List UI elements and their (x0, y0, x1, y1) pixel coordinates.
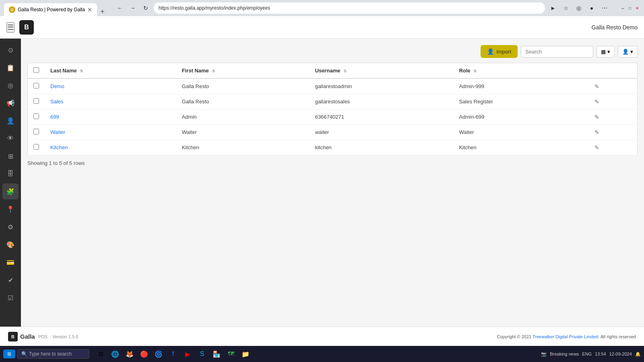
sort-first-name-icon: ⇅ (212, 69, 215, 73)
row-checkbox-cell[interactable] (28, 78, 45, 94)
browser-chrome: G Galla Resto | Powered by Galla ✕ + ← →… (0, 0, 644, 16)
taskbar-fb-icon[interactable]: f (167, 348, 180, 360)
sidebar-item-reports[interactable]: 📋 (2, 60, 19, 76)
taskbar-chrome-icon[interactable]: 🌀 (152, 348, 165, 360)
app-wrapper: ☰ B Galla Resto Demo ⊙ 📋 ◎ 📢 👤 👁 ⊞ 🗄 🧩 📍… (0, 16, 644, 346)
copyright-text: Copyright © 2021 (497, 334, 531, 339)
grid-view-button[interactable]: ▦ ▾ (597, 46, 615, 58)
row-last-name[interactable]: Demo (45, 78, 176, 94)
row-edit-cell[interactable]: ✎ (589, 78, 638, 94)
edit-icon[interactable]: ✎ (594, 83, 599, 90)
sidebar-item-dashboard[interactable]: ⊙ (2, 42, 19, 58)
maximize-button[interactable]: □ (627, 5, 633, 11)
footer-logo-icon: B (8, 332, 18, 341)
sidebar: ⊙ 📋 ◎ 📢 👤 👁 ⊞ 🗄 🧩 📍 ⚙ 🎨 💳 ✔ ☑ (0, 39, 21, 327)
sidebar-item-location[interactable]: 📍 (2, 201, 19, 217)
col-last-name-label: Last Name (50, 68, 77, 74)
import-button[interactable]: 👤 Import (481, 45, 518, 58)
footer: B Galla POS · Version 1.5.0 Copyright © … (0, 327, 644, 346)
extensions-icon[interactable]: ◎ (573, 2, 584, 14)
edit-icon[interactable]: ✎ (594, 129, 599, 136)
hamburger-button[interactable]: ☰ (6, 22, 14, 33)
row-last-name[interactable]: Sales (45, 94, 176, 109)
row-checkbox[interactable] (33, 83, 39, 88)
col-username[interactable]: Username ⇅ (310, 63, 454, 79)
forward-button[interactable]: → (127, 2, 138, 14)
taskbar-camera-icon[interactable]: 📷 (541, 352, 547, 357)
profile-icon[interactable]: ● (586, 2, 597, 14)
sidebar-item-settings[interactable]: ⚙ (2, 219, 19, 235)
taskbar-icon3[interactable]: 🔴 (138, 348, 151, 360)
row-checkbox[interactable] (33, 98, 39, 104)
table-row: Sales Galla Resto gallarestosales Sales … (28, 94, 638, 109)
address-bar[interactable]: https://resto.galla.app/myresto/index.ph… (154, 2, 545, 14)
start-icon: ⊞ (7, 351, 11, 357)
row-edit-cell[interactable]: ✎ (589, 140, 638, 155)
tab-close-button[interactable]: ✕ (87, 6, 92, 13)
col-last-name[interactable]: Last Name ⇅ (45, 63, 176, 79)
minimize-button[interactable]: ‒ (620, 5, 625, 11)
bookmark-icon[interactable]: ☆ (560, 2, 572, 14)
sidebar-item-tasks[interactable]: ✔ (2, 272, 19, 288)
row-first-name: Admin (176, 109, 310, 125)
taskbar-yt-icon[interactable]: ▶ (181, 348, 194, 360)
taskbar-skype-icon[interactable]: S (196, 348, 208, 360)
taskbar-store-icon[interactable]: 🏪 (210, 348, 223, 360)
edit-icon[interactable]: ✎ (594, 114, 599, 120)
sidebar-item-analytics[interactable]: ◎ (2, 77, 19, 93)
row-last-name[interactable]: Waiter (45, 125, 176, 140)
taskbar-explorer-icon[interactable]: 📁 (239, 348, 252, 360)
row-checkbox-cell[interactable] (28, 140, 45, 155)
footer-link[interactable]: Treewalker Digital Private Limited. (533, 334, 599, 339)
sidebar-item-checklist[interactable]: ☑ (2, 290, 19, 306)
sidebar-item-plugins[interactable]: 🧩 (2, 183, 19, 200)
col-first-name[interactable]: First Name ⇅ (176, 63, 310, 79)
back-button[interactable]: ← (114, 2, 126, 14)
row-checkbox[interactable] (33, 129, 39, 134)
close-button[interactable]: ✕ (634, 5, 640, 11)
row-edit-cell[interactable]: ✎ (589, 109, 638, 125)
select-all-checkbox[interactable] (33, 67, 39, 73)
row-edit-cell[interactable]: ✎ (589, 125, 638, 140)
taskbar-notification-icon[interactable]: 🔔 (635, 352, 641, 357)
sidebar-item-storage[interactable]: 🗄 (2, 166, 19, 182)
taskbar-maps-icon[interactable]: 🗺 (225, 348, 237, 360)
search-input[interactable] (521, 46, 593, 58)
sidebar-item-contacts[interactable]: 👤 (2, 113, 19, 129)
taskbar-search-text: Type here to search (29, 351, 72, 357)
start-button[interactable]: ⊞ (3, 350, 15, 358)
col-first-name-label: First Name (182, 68, 209, 74)
window-controls: ‒ □ ✕ (620, 5, 640, 11)
sidebar-item-mask[interactable]: 👁 (2, 130, 19, 146)
taskbar-edge-icon[interactable]: 🌐 (109, 348, 122, 360)
sidebar-item-integrations[interactable]: ⊞ (2, 148, 19, 164)
reload-button[interactable]: ↻ (140, 2, 151, 14)
row-checkbox-cell[interactable] (28, 109, 45, 125)
taskbar-search[interactable]: 🔍 Type here to search (17, 349, 89, 359)
taskbar-firefox-icon[interactable]: 🦊 (123, 348, 136, 360)
logo-text: B (24, 24, 29, 31)
row-edit-cell[interactable]: ✎ (589, 94, 638, 109)
edit-icon[interactable]: ✎ (594, 144, 599, 151)
active-tab[interactable]: G Galla Resto | Powered by Galla ✕ (4, 3, 97, 16)
new-tab-button[interactable]: + (97, 8, 108, 16)
browser-tabs: G Galla Resto | Powered by Galla ✕ + (4, 0, 108, 16)
menu-button[interactable]: ⋯ (599, 2, 610, 14)
row-last-name[interactable]: 699 (45, 109, 176, 125)
row-checkbox[interactable] (33, 113, 39, 119)
row-checkbox[interactable] (33, 144, 39, 150)
user-filter-button[interactable]: 👤 ▾ (618, 46, 638, 58)
sidebar-item-appearance[interactable]: 🎨 (2, 237, 19, 253)
row-checkbox-cell[interactable] (28, 94, 45, 109)
footer-logo-text: B (11, 334, 14, 339)
table-row: 699 Admin 6366740271 Admin-699 ✎ (28, 109, 638, 125)
edit-icon[interactable]: ✎ (594, 99, 599, 105)
sidebar-item-marketing[interactable]: 📢 (2, 95, 19, 111)
row-checkbox-cell[interactable] (28, 125, 45, 140)
select-all-header[interactable] (28, 63, 45, 79)
taskbar-task-view[interactable]: ⧉ (94, 348, 107, 360)
translate-icon[interactable]: ► (547, 2, 559, 14)
sidebar-item-billing[interactable]: 💳 (2, 254, 19, 270)
col-role[interactable]: Role ⇅ (453, 63, 588, 79)
row-last-name[interactable]: Kitchen (45, 140, 176, 155)
